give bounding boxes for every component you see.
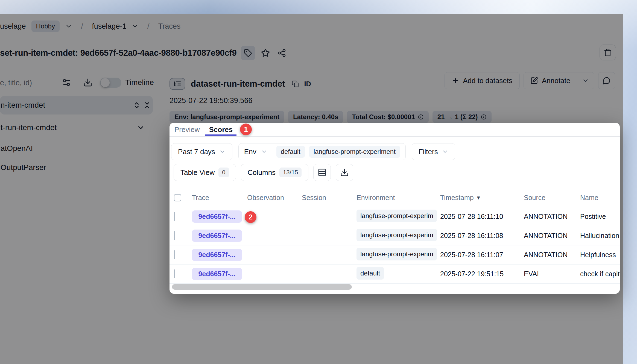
columns-button[interactable]: Columns 13/15: [241, 164, 309, 181]
filter-row: Past 7 days Env default langfuse-prompt-…: [171, 143, 455, 160]
environment-cell: default: [357, 267, 440, 281]
name-cell: Postitive: [580, 213, 620, 221]
name-cell: Helpfulness: [580, 251, 620, 259]
annotation-marker-1: 1: [240, 124, 252, 135]
trace-id-link[interactable]: 9ed6657f-...: [192, 230, 242, 242]
trace-cell: 9ed6657f-...: [192, 268, 247, 280]
name-cell: check if capital: [580, 270, 620, 278]
row-select-cell: [170, 270, 192, 278]
chevron-down-icon: [261, 148, 267, 155]
environment-cell: langfuse-prompt-experim: [357, 229, 440, 243]
date-range-label: Past 7 days: [178, 148, 215, 156]
row-select-cell: [170, 251, 192, 259]
col-header-observation[interactable]: Observation: [247, 194, 302, 202]
table-toolbar: Table View 0 Columns 13/15: [174, 164, 353, 181]
table-row[interactable]: 9ed6657f-... default 2025-07-22 19:51:15…: [170, 265, 620, 284]
table-row[interactable]: 9ed6657f-... langfuse-prompt-experim 202…: [170, 207, 620, 226]
trace-id-link[interactable]: 9ed6657f-...: [192, 210, 242, 223]
timestamp-cell: 2025-07-28 16:11:08: [440, 232, 524, 240]
col-header-source[interactable]: Source: [524, 194, 580, 202]
source-cell: ANNOTATION: [524, 232, 580, 240]
col-header-session[interactable]: Session: [302, 194, 357, 202]
environment-chip: langfuse-prompt-experim: [357, 210, 437, 222]
row-checkbox[interactable]: [174, 231, 175, 240]
row-select-cell: [170, 213, 192, 221]
row-checkbox[interactable]: [174, 250, 175, 259]
filters-label: Filters: [419, 148, 438, 156]
environment-cell: langfuse-prompt-experim: [357, 248, 440, 262]
timestamp-cell: 2025-07-22 19:51:15: [440, 270, 524, 278]
environment-chip: langfuse-prompt-experim: [357, 248, 437, 260]
tab-scores[interactable]: Scores: [209, 123, 233, 136]
row-checkbox[interactable]: [174, 212, 175, 221]
env-value-chip[interactable]: langfuse-prompt-experiment: [309, 146, 400, 158]
col-header-timestamp[interactable]: Timestamp ▼: [440, 194, 524, 202]
chevron-down-icon: [442, 148, 448, 155]
trace-cell: 9ed6657f-...: [192, 210, 247, 223]
environment-cell: langfuse-prompt-experim: [357, 210, 440, 224]
environment-chip: langfuse-prompt-experim: [357, 229, 437, 241]
scores-panel: Preview Scores Past 7 days Env default l…: [170, 123, 620, 294]
select-all-cell: [170, 194, 192, 201]
tab-bar: Preview Scores: [170, 123, 620, 137]
row-height-button[interactable]: [313, 164, 331, 181]
annotation-marker-2: 2: [245, 211, 256, 223]
trace-id-link[interactable]: 9ed6657f-...: [192, 268, 242, 280]
scores-table: Trace Observation Session Environment Ti…: [170, 189, 620, 284]
chevron-down-icon: [219, 148, 226, 155]
table-row[interactable]: 9ed6657f-... langfuse-prompt-experim 202…: [170, 226, 620, 245]
timestamp-cell: 2025-07-28 16:11:07: [440, 251, 524, 259]
date-range-button[interactable]: Past 7 days: [171, 143, 232, 160]
col-header-environment[interactable]: Environment: [357, 194, 440, 202]
env-filter-label: Env: [244, 148, 256, 156]
col-header-name[interactable]: Name: [580, 194, 620, 202]
table-view-label: Table View: [180, 168, 215, 177]
timestamp-cell: 2025-07-28 16:11:10: [440, 213, 524, 221]
table-row[interactable]: 9ed6657f-... langfuse-prompt-experim 202…: [170, 245, 620, 265]
sort-desc-icon: ▼: [476, 195, 481, 201]
select-all-checkbox[interactable]: [174, 194, 181, 201]
table-header-row: Trace Observation Session Environment Ti…: [170, 189, 620, 207]
col-header-trace[interactable]: Trace: [192, 194, 247, 202]
env-filter-button[interactable]: Env default langfuse-prompt-experiment: [238, 143, 406, 160]
source-cell: ANNOTATION: [524, 251, 580, 259]
row-checkbox[interactable]: [174, 269, 175, 278]
trace-id-link[interactable]: 9ed6657f-...: [192, 249, 242, 261]
scrollbar-thumb[interactable]: [172, 284, 352, 290]
row-select-cell: [170, 232, 192, 240]
download-icon: [340, 168, 349, 177]
columns-count: 13/15: [279, 168, 302, 177]
environment-chip: default: [357, 267, 384, 280]
filters-button[interactable]: Filters: [412, 143, 455, 160]
tab-preview[interactable]: Preview: [174, 123, 200, 136]
env-value-chip[interactable]: default: [276, 146, 305, 158]
source-cell: ANNOTATION: [524, 213, 580, 221]
horizontal-scrollbar: [170, 284, 620, 290]
trace-cell: 9ed6657f-...: [192, 230, 247, 242]
rows-icon: [318, 168, 326, 177]
export-download-button[interactable]: [336, 164, 353, 181]
name-cell: Hallucination: [580, 232, 620, 240]
trace-cell: 9ed6657f-...: [192, 249, 247, 261]
timestamp-header-label: Timestamp: [440, 194, 474, 202]
table-view-button[interactable]: Table View 0: [174, 164, 236, 181]
source-cell: EVAL: [524, 270, 580, 278]
table-view-count: 0: [218, 168, 229, 177]
divider: [272, 147, 272, 157]
columns-label: Columns: [248, 168, 276, 177]
